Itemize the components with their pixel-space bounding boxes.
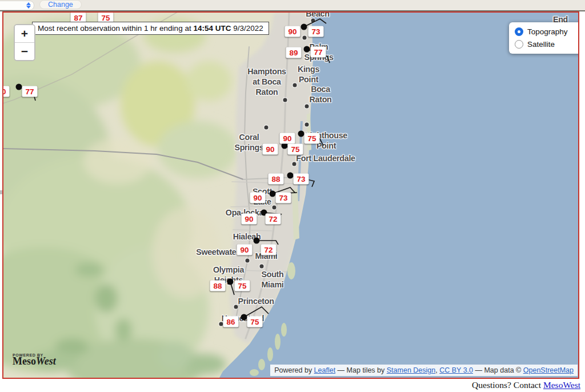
attribution-link[interactable]: CC BY 3.0: [439, 366, 473, 374]
logo-meso: Meso: [13, 355, 36, 367]
station-dewpoint[interactable]: 73: [294, 174, 309, 185]
layer-control: Topography Satellite: [509, 22, 579, 54]
mesowest-logo: POWERED BY MesoWest: [13, 353, 56, 366]
zoom-control: + −: [14, 24, 35, 61]
attribution-link[interactable]: OpenStreetMap: [523, 366, 574, 374]
wind-barb: [244, 307, 269, 317]
attribution-text: — Map tiles by: [335, 366, 387, 374]
station-dot[interactable]: [270, 191, 276, 197]
station-dewpoint[interactable]: 75: [235, 281, 250, 291]
station-dot[interactable]: [301, 24, 307, 30]
station-dewpoint[interactable]: 75: [247, 317, 263, 327]
station-temperature[interactable]: 90: [280, 133, 295, 144]
select-stepper-icon: [26, 2, 31, 9]
station-dewpoint[interactable]: 75: [304, 133, 320, 144]
station-temperature[interactable]: 88: [269, 174, 284, 185]
attribution-link[interactable]: Leaflet: [314, 366, 336, 374]
station-dot[interactable]: [16, 84, 22, 90]
station-temperature[interactable]: 90: [285, 26, 300, 37]
radio-selected-icon[interactable]: [515, 27, 523, 36]
layer-label: Topography: [527, 27, 568, 36]
station-dot[interactable]: [227, 279, 234, 285]
station-dewpoint[interactable]: 77: [22, 86, 38, 97]
station-dot[interactable]: [287, 173, 294, 179]
map-attribution: Powered by Leaflet — Map tiles by Stamen…: [270, 365, 578, 376]
radio-unselected-icon[interactable]: [515, 40, 523, 49]
zoom-in-button[interactable]: +: [15, 25, 34, 43]
station-dewpoint[interactable]: 73: [308, 26, 324, 37]
logo-west: West: [36, 355, 56, 367]
attribution-text: — Map data ©: [473, 366, 523, 374]
mesowest-link[interactable]: MesoWest: [543, 380, 580, 390]
station-temperature[interactable]: 88: [210, 281, 226, 291]
station-dot[interactable]: [298, 131, 304, 137]
station-temperature[interactable]: 90: [263, 144, 278, 155]
weather-map[interactable]: BeachPalmSpringsKingsPointBocaRatonHampt…: [2, 11, 579, 379]
station-temperature[interactable]: 89: [286, 47, 302, 58]
station-temperature[interactable]: 86: [223, 317, 239, 327]
banner-date: 9/3/2022: [231, 24, 263, 33]
layer-option-topography[interactable]: Topography: [515, 27, 579, 36]
station-dewpoint[interactable]: 73: [276, 193, 291, 203]
observation-time-banner: Most recent observation within 1 hr endi…: [32, 22, 269, 35]
station-temperature[interactable]: 90: [242, 214, 257, 225]
station-dewpoint[interactable]: 75: [288, 144, 303, 155]
station-temperature[interactable]: 90: [250, 193, 266, 203]
station-dot[interactable]: [304, 46, 310, 53]
station-dewpoint[interactable]: 77: [311, 47, 326, 58]
attribution-link[interactable]: Stamen Design: [387, 366, 435, 374]
footer-text: Questions? Contact: [472, 380, 543, 390]
station-dewpoint[interactable]: 72: [261, 245, 277, 255]
layer-label: Satellite: [527, 40, 555, 49]
zoom-out-button[interactable]: −: [15, 43, 34, 60]
station-temperature[interactable]: 90: [237, 245, 253, 255]
station-dot[interactable]: [254, 238, 260, 244]
footer-contact: Questions? Contact MesoWest: [472, 380, 580, 390]
top-toolbar: Change: [0, 0, 585, 11]
station-dot[interactable]: [241, 314, 247, 321]
station-dewpoint[interactable]: 72: [266, 214, 281, 225]
station-temperature[interactable]: 90: [2, 86, 10, 97]
change-button[interactable]: Change: [39, 0, 82, 9]
banner-time: 14:54 UTC: [193, 24, 231, 33]
attribution-text: Powered by: [274, 366, 314, 374]
banner-prefix: Most recent observation within 1 hr endi…: [38, 24, 193, 33]
layer-option-satellite[interactable]: Satellite: [515, 40, 579, 49]
network-select[interactable]: [0, 1, 34, 10]
